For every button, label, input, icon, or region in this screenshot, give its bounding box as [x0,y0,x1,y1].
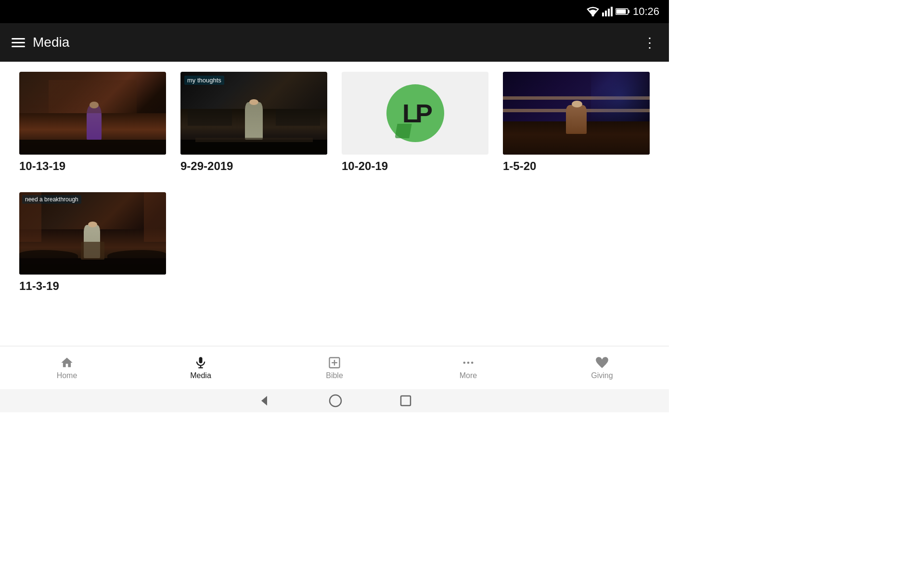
app-bar: Media ⋮ [0,23,669,62]
recents-button[interactable] [400,395,411,407]
home-icon [60,356,74,369]
nav-item-more[interactable]: More [444,352,492,384]
nav-item-media[interactable]: Media [177,352,225,384]
svg-rect-2 [602,13,604,16]
media-label-3: 10-20-19 [342,159,488,173]
home-nav-icon [329,394,342,407]
svg-rect-20 [401,396,411,406]
svg-point-19 [330,395,341,407]
more-options-button[interactable]: ⋮ [643,35,657,51]
nav-label-home: Home [57,371,77,380]
media-item-5[interactable]: need a breakthrough 11-3 [19,192,166,293]
main-content: 10-13-19 my thoughts 9-29- [0,62,669,346]
status-icons: 10:26 [587,5,659,18]
media-thumbnail-1 [19,72,166,155]
svg-point-16 [467,361,470,364]
bottom-nav: Home Media Bible More Givin [0,346,669,389]
menu-button[interactable] [12,38,25,47]
giving-icon [595,356,609,369]
app-bar-left: Media [12,35,69,50]
system-nav [0,389,669,412]
media-label-1: 10-13-19 [19,159,166,173]
svg-rect-8 [616,10,626,14]
svg-point-15 [463,361,466,364]
svg-point-17 [471,361,474,364]
svg-marker-18 [261,396,267,406]
status-bar: 10:26 [0,0,669,23]
svg-rect-5 [611,7,613,16]
media-label-2: 9-29-2019 [180,159,327,173]
media-item-4[interactable]: 1-5-20 [503,72,650,173]
media-item-1[interactable]: 10-13-19 [19,72,166,173]
nav-label-giving: Giving [591,371,613,380]
wifi-icon [587,7,599,16]
media-item-3[interactable]: LP 10-20-19 [342,72,488,173]
status-time: 10:26 [633,5,659,18]
battery-icon [616,8,630,15]
nav-label-bible: Bible [326,371,343,380]
media-thumbnail-2: my thoughts [180,72,327,155]
bible-icon [328,356,341,369]
svg-rect-9 [199,357,203,363]
svg-rect-4 [608,9,610,16]
media-label-5: 11-3-19 [19,279,166,293]
media-label-4: 1-5-20 [503,159,650,173]
back-button[interactable] [257,394,271,407]
nav-item-giving[interactable]: Giving [578,352,626,384]
more-horiz-icon [462,356,475,369]
home-nav-button[interactable] [329,394,342,407]
media-thumbnail-3: LP [342,72,488,155]
nav-label-more: More [460,371,477,380]
page-title: Media [33,35,69,50]
media-thumbnail-4 [503,72,650,155]
microphone-icon [194,356,207,369]
nav-label-media: Media [190,371,211,380]
svg-rect-3 [605,11,607,16]
media-grid: 10-13-19 my thoughts 9-29- [19,72,650,293]
nav-item-bible[interactable]: Bible [310,352,359,384]
signal-icon [602,7,613,16]
svg-rect-7 [628,10,629,13]
nav-item-home[interactable]: Home [43,352,91,384]
back-icon [257,394,271,407]
media-thumbnail-5: need a breakthrough [19,192,166,275]
media-item-2[interactable]: my thoughts 9-29-2019 [180,72,327,173]
recents-icon [400,395,411,407]
